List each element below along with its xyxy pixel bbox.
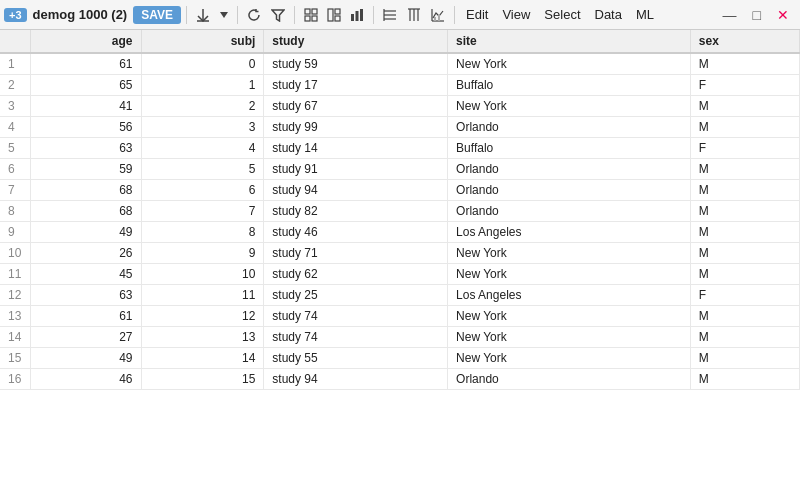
table-row[interactable]: 154914study 55New YorkM xyxy=(0,348,800,369)
cell-study: study 74 xyxy=(264,306,448,327)
table-row[interactable]: 164615study 94OrlandoM xyxy=(0,369,800,390)
table-row[interactable]: 2651study 17BuffaloF xyxy=(0,75,800,96)
cell-site: New York xyxy=(448,348,691,369)
col-header-subj[interactable]: subj xyxy=(141,30,264,53)
sparkline-button[interactable] xyxy=(427,3,449,27)
table-container: age subj study site sex 1610study 59New … xyxy=(0,30,800,501)
cell-site: New York xyxy=(448,243,691,264)
menu-data[interactable]: Data xyxy=(589,5,628,24)
cell-subj: 9 xyxy=(141,243,264,264)
cell-study: study 59 xyxy=(264,53,448,75)
tab-badge: +3 xyxy=(4,8,27,22)
refresh-button[interactable] xyxy=(243,3,265,27)
cell-sex: M xyxy=(690,369,799,390)
cell-sex: M xyxy=(690,96,799,117)
cell-study: study 55 xyxy=(264,348,448,369)
menu-view[interactable]: View xyxy=(496,5,536,24)
cell-row-num: 11 xyxy=(0,264,30,285)
cell-age: 68 xyxy=(30,180,141,201)
cell-sex: F xyxy=(690,138,799,159)
table-row[interactable]: 9498study 46Los AngelesM xyxy=(0,222,800,243)
row-format-button[interactable] xyxy=(379,3,401,27)
cell-row-num: 7 xyxy=(0,180,30,201)
col-format-button[interactable] xyxy=(403,3,425,27)
cell-age: 46 xyxy=(30,369,141,390)
cell-sex: M xyxy=(690,348,799,369)
cell-age: 56 xyxy=(30,117,141,138)
svg-rect-25 xyxy=(438,15,440,21)
col-header-site[interactable]: site xyxy=(448,30,691,53)
col-header-age[interactable]: age xyxy=(30,30,141,53)
table-row[interactable]: 4563study 99OrlandoM xyxy=(0,117,800,138)
menu-ml[interactable]: ML xyxy=(630,5,660,24)
filter-button[interactable] xyxy=(267,3,289,27)
cell-age: 65 xyxy=(30,75,141,96)
toolbar: +3 demog 1000 (2) SAVE xyxy=(0,0,800,30)
cell-sex: M xyxy=(690,264,799,285)
table-row[interactable]: 6595study 91OrlandoM xyxy=(0,159,800,180)
cell-row-num: 2 xyxy=(0,75,30,96)
table-row[interactable]: 10269study 71New YorkM xyxy=(0,243,800,264)
cell-site: New York xyxy=(448,53,691,75)
download-button[interactable] xyxy=(192,3,214,27)
row-format-icon xyxy=(383,8,397,22)
cell-sex: M xyxy=(690,243,799,264)
table-row[interactable]: 126311study 25Los AngelesF xyxy=(0,285,800,306)
cell-age: 63 xyxy=(30,138,141,159)
maximize-button[interactable]: □ xyxy=(746,5,768,25)
menu-select[interactable]: Select xyxy=(538,5,586,24)
cell-study: study 71 xyxy=(264,243,448,264)
cell-row-num: 10 xyxy=(0,243,30,264)
col-header-sex[interactable]: sex xyxy=(690,30,799,53)
table-row[interactable]: 8687study 82OrlandoM xyxy=(0,201,800,222)
svg-marker-2 xyxy=(220,12,228,18)
cell-site: New York xyxy=(448,306,691,327)
col-header-study[interactable]: study xyxy=(264,30,448,53)
cell-subj: 13 xyxy=(141,327,264,348)
cell-study: study 91 xyxy=(264,159,448,180)
cell-study: study 99 xyxy=(264,117,448,138)
close-button[interactable]: ✕ xyxy=(770,5,796,25)
chart-view-button[interactable] xyxy=(346,3,368,27)
cell-study: study 17 xyxy=(264,75,448,96)
minimize-button[interactable]: — xyxy=(716,5,744,25)
svg-rect-8 xyxy=(328,9,333,21)
data-table: age subj study site sex 1610study 59New … xyxy=(0,30,800,390)
table-row[interactable]: 114510study 62New YorkM xyxy=(0,264,800,285)
svg-rect-24 xyxy=(434,17,436,21)
download-dropdown-button[interactable] xyxy=(216,3,232,27)
table-row[interactable]: 7686study 94OrlandoM xyxy=(0,180,800,201)
table-row[interactable]: 5634study 14BuffaloF xyxy=(0,138,800,159)
cell-study: study 62 xyxy=(264,264,448,285)
menu-edit[interactable]: Edit xyxy=(460,5,494,24)
grid-view-button[interactable] xyxy=(300,3,322,27)
cell-site: New York xyxy=(448,264,691,285)
svg-rect-10 xyxy=(335,16,340,21)
cell-subj: 7 xyxy=(141,201,264,222)
cell-subj: 4 xyxy=(141,138,264,159)
tile-icon xyxy=(327,8,341,22)
svg-rect-5 xyxy=(312,9,317,14)
cell-age: 49 xyxy=(30,348,141,369)
cell-row-num: 1 xyxy=(0,53,30,75)
tile-view-button[interactable] xyxy=(323,3,345,27)
table-header-row: age subj study site sex xyxy=(0,30,800,53)
separator-4 xyxy=(373,6,374,24)
cell-subj: 0 xyxy=(141,53,264,75)
cell-subj: 14 xyxy=(141,348,264,369)
table-row[interactable]: 3412study 67New YorkM xyxy=(0,96,800,117)
table-row[interactable]: 1610study 59New YorkM xyxy=(0,53,800,75)
table-row[interactable]: 136112study 74New YorkM xyxy=(0,306,800,327)
cell-subj: 11 xyxy=(141,285,264,306)
filename-label: demog 1000 (2) xyxy=(33,7,128,22)
cell-row-num: 15 xyxy=(0,348,30,369)
svg-rect-6 xyxy=(305,16,310,21)
save-button[interactable]: SAVE xyxy=(133,6,181,24)
cell-row-num: 5 xyxy=(0,138,30,159)
separator-2 xyxy=(237,6,238,24)
cell-row-num: 8 xyxy=(0,201,30,222)
separator-5 xyxy=(454,6,455,24)
cell-row-num: 6 xyxy=(0,159,30,180)
svg-rect-11 xyxy=(351,14,354,21)
table-row[interactable]: 142713study 74New YorkM xyxy=(0,327,800,348)
